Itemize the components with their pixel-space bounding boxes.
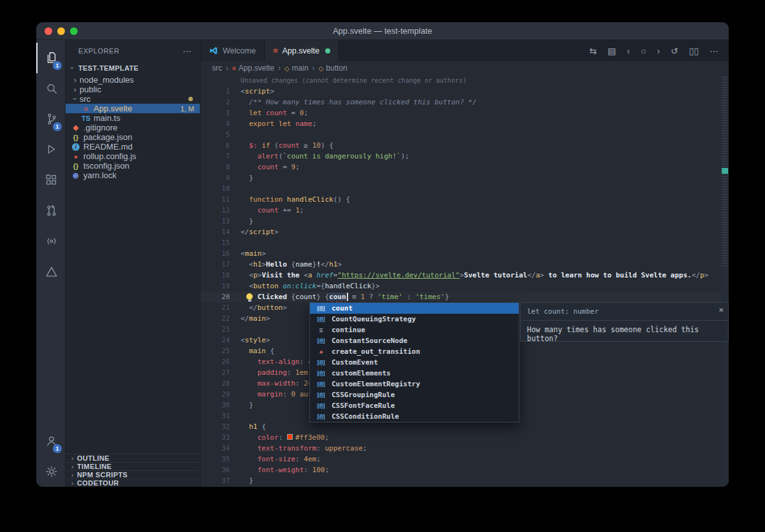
activity-triangle-extension-icon[interactable] — [36, 256, 65, 287]
zoom-window-button[interactable] — [70, 27, 78, 35]
code-line-17[interactable]: 17 <h1>Hello {name}!</h1> — [200, 259, 720, 270]
close-window-button[interactable] — [45, 27, 52, 35]
sidebar-section-npm-scripts[interactable]: ›NPM SCRIPTS — [66, 470, 200, 479]
breadcrumb-item-app-svelte[interactable]: ≡App.svelte — [232, 64, 274, 73]
activity-extensions-icon[interactable] — [36, 165, 65, 195]
code-line-20[interactable]: 20 Clicked {count} {coun ≡ 1 ? 'time' : … — [200, 291, 720, 302]
code-line-35[interactable]: 35 font-size: 4em; — [200, 454, 720, 465]
sidebar-section-codetour[interactable]: ›CODETOUR — [66, 479, 200, 487]
breadcrumb-item-button[interactable]: ◇button — [319, 64, 347, 73]
code-line-4[interactable]: 4 export let name; — [200, 118, 720, 129]
tree-item-rollup-config-js[interactable]: ●rollup.config.js — [66, 151, 200, 161]
activity-settings-icon[interactable] — [36, 456, 65, 487]
activity-run-debug-icon[interactable] — [36, 134, 65, 165]
suggestion-constantsourcenode[interactable]: [@]ConstantSourceNode — [310, 335, 519, 346]
suggestion-cssgroupingrule[interactable]: [@]CSSGroupingRule — [310, 389, 519, 400]
suggestion-cssfontfacerule[interactable]: [@]CSSFontFaceRule — [310, 400, 519, 411]
timeline-icon[interactable]: ↺ — [671, 46, 678, 55]
blame-annotation[interactable]: Unsaved changes (cannot determine recent… — [200, 75, 720, 86]
line-number: 21 — [200, 302, 230, 313]
suggestion-countqueuingstrategy[interactable]: [@]CountQueuingStrategy — [310, 314, 519, 325]
tree-item-node-modules[interactable]: ›node_modules — [66, 75, 200, 85]
activity-github-pull-requests-icon[interactable] — [36, 195, 65, 226]
tree-item-readme-md[interactable]: iREADME.md — [66, 142, 200, 151]
tree-item-package-json[interactable]: {}package.json — [66, 132, 200, 142]
code-line-12[interactable]: 12 count += 1; — [200, 205, 720, 216]
tab-app-svelte[interactable]: ≡App.svelte — [265, 40, 339, 61]
code-line-18[interactable]: 18 <p>Visit the <a href="https://svelte.… — [200, 270, 720, 281]
suggestion-continue[interactable]: ≡continue — [310, 325, 519, 335]
tree-item-src[interactable]: ›src — [66, 94, 200, 104]
line-number: 26 — [200, 356, 230, 367]
activity-remote-explorer-icon[interactable] — [36, 226, 65, 256]
code-line-1[interactable]: 1<script> — [200, 86, 720, 97]
tour-previous-icon[interactable]: ‹ — [627, 46, 630, 55]
breadcrumb-separator-icon: › — [278, 64, 281, 73]
code-line-14[interactable]: 14</script> — [200, 227, 720, 237]
tree-item-app-svelte[interactable]: ≡App.svelte1, M — [66, 104, 200, 113]
project-section-header[interactable]: › TEST-TEMPLATE — [66, 61, 200, 75]
code-line-32[interactable]: 32 h1 { — [200, 421, 720, 432]
code-token: Clicked — [258, 293, 291, 301]
code-line-36[interactable]: 36 font-weight: 100; — [200, 465, 720, 475]
code-line-3[interactable]: 3 let count = 0; — [200, 108, 720, 118]
suggestion-count[interactable]: [@]count — [310, 303, 519, 314]
activity-search-icon[interactable] — [36, 73, 65, 104]
line-content: </script> — [230, 227, 279, 237]
code-line-13[interactable]: 13 } — [200, 216, 720, 227]
code-editor[interactable]: Unsaved changes (cannot determine recent… — [200, 75, 729, 487]
code-token: font-size — [258, 455, 296, 463]
close-icon[interactable]: × — [719, 305, 724, 314]
activity-bar-bottom: 1 — [36, 426, 65, 487]
tree-item-gitignore[interactable]: ◆.gitignore — [66, 123, 200, 132]
code-token: = — [279, 163, 291, 171]
sidebar-section-outline[interactable]: ›OUTLINE — [66, 454, 200, 462]
tree-item-public[interactable]: ›public — [66, 85, 200, 94]
tour-record-icon[interactable]: ○ — [641, 46, 646, 55]
line-content — [230, 237, 241, 248]
breadcrumb-item-src[interactable]: src — [212, 64, 222, 73]
unsaved-dot[interactable] — [325, 48, 330, 53]
line-number: 24 — [200, 335, 230, 346]
code-token: max-width — [258, 379, 296, 388]
code-line-37[interactable]: 37 } — [200, 475, 720, 486]
code-line-6[interactable]: 6 $: if (count ≥ 10) { — [200, 140, 720, 151]
minimap[interactable] — [720, 75, 729, 487]
tree-item-tsconfig-json[interactable]: {}tsconfig.json — [66, 161, 200, 171]
tour-next-icon[interactable]: › — [657, 46, 660, 55]
code-line-15[interactable]: 15 — [200, 237, 720, 248]
code-line-16[interactable]: 16<main> — [200, 248, 720, 259]
open-changes-icon[interactable]: ▤ — [608, 46, 616, 55]
code-line-33[interactable]: 33 color: #ff3e00; — [200, 432, 720, 443]
more-actions-icon[interactable]: ⋯ — [710, 46, 719, 55]
compare-changes-icon[interactable]: ⇆ — [589, 46, 597, 55]
activity-accounts-icon[interactable]: 1 — [36, 426, 65, 456]
tree-item-yarn-lock[interactable]: ◉yarn.lock — [66, 171, 200, 180]
tree-item-main-ts[interactable]: TSmain.ts — [66, 113, 200, 123]
tab-welcome[interactable]: Welcome — [200, 40, 265, 61]
line-number: 20 — [200, 291, 230, 302]
suggestion-customevent[interactable]: [@]CustomEvent — [310, 357, 519, 368]
code-line-19[interactable]: 19 <button on:click={handleClick}> — [200, 281, 720, 291]
suggestion-customelements[interactable]: [@]customElements — [310, 368, 519, 379]
code-line-9[interactable]: 9 } — [200, 172, 720, 183]
suggestion-customelementregistry[interactable]: [@]CustomElementRegistry — [310, 379, 519, 389]
activity-explorer-icon[interactable]: 1 — [36, 43, 65, 73]
breadcrumb-item-main[interactable]: ◇main — [284, 64, 309, 73]
sidebar-section-timeline[interactable]: ›TIMELINE — [66, 462, 200, 470]
code-line-10[interactable]: 10 — [200, 183, 720, 194]
code-line-7[interactable]: 7 alert(`count is dangerously high!`); — [200, 151, 720, 162]
explorer-more-actions-icon[interactable]: ⋯ — [183, 46, 192, 56]
minimize-window-button[interactable] — [57, 27, 65, 35]
code-line-11[interactable]: 11 function handleClick() { — [200, 194, 720, 205]
code-line-8[interactable]: 8 count = 9; — [200, 162, 720, 172]
suggestion-cssconditionrule[interactable]: [@]CSSConditionRule — [310, 411, 519, 422]
code-token: padding — [258, 368, 287, 377]
code-line-34[interactable]: 34 text-transform: uppercase; — [200, 443, 720, 454]
code-line-2[interactable]: 2 /** How many times has someone clicked… — [200, 97, 720, 108]
code-line-5[interactable]: 5 — [200, 129, 720, 140]
activity-source-control-icon[interactable]: 1 — [36, 104, 65, 134]
split-editor-icon[interactable]: ▯▯ — [689, 46, 699, 55]
suggestion-create-out-transition[interactable]: ◈create_out_transition — [310, 346, 519, 357]
lightbulb-icon[interactable] — [246, 293, 253, 300]
